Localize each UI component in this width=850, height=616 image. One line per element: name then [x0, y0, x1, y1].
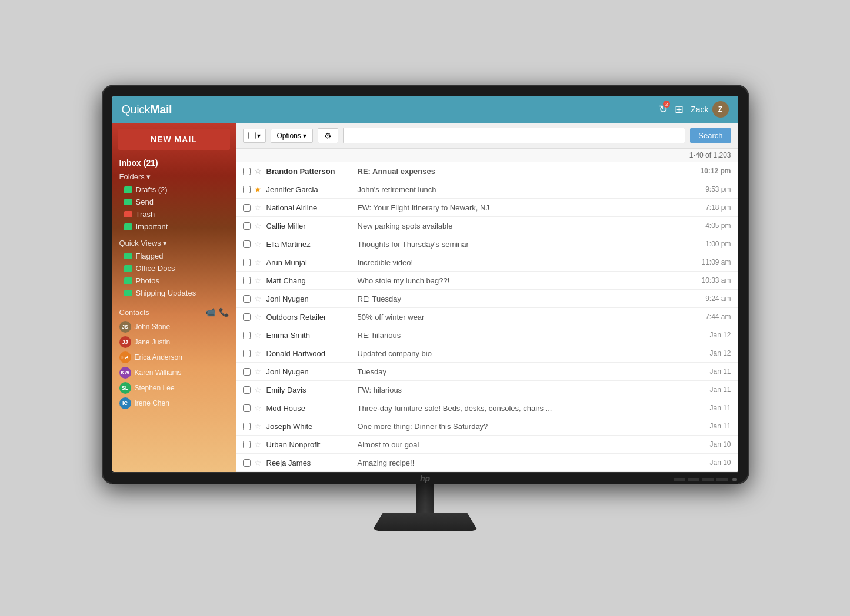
star-icon[interactable]: ☆	[254, 239, 262, 249]
email-time: Jan 11	[696, 422, 731, 430]
search-input[interactable]	[343, 128, 685, 143]
contact-avatar-irene: IC	[119, 397, 131, 409]
quick-views-section[interactable]: Quick Views ▾	[112, 237, 236, 250]
email-row[interactable]: ★ Jennifer Garcia John's retirement lunc…	[236, 180, 738, 199]
email-checkbox[interactable]	[243, 204, 251, 212]
sidebar-item-label-photos: Photos	[136, 276, 159, 285]
email-sender: Callie Miller	[266, 222, 352, 230]
email-sender: Matt Chang	[266, 276, 352, 285]
folder-icon-important	[124, 223, 132, 230]
sidebar-item-send[interactable]: Send	[112, 196, 236, 208]
email-row[interactable]: ☆ Joseph White One more thing: Dinner th…	[236, 417, 738, 436]
star-icon[interactable]: ☆	[254, 221, 262, 230]
email-checkbox[interactable]	[243, 240, 251, 248]
email-checkbox[interactable]	[243, 168, 251, 175]
monitor-btn[interactable]	[702, 478, 714, 481]
email-row[interactable]: ☆ Joni Nyugen Tuesday Jan 11	[236, 363, 738, 381]
star-icon[interactable]: ☆	[254, 403, 262, 413]
email-row[interactable]: ☆ Emily Davis FW: hilarious Jan 11	[236, 381, 738, 399]
email-checkbox[interactable]	[243, 295, 251, 303]
star-icon[interactable]: ☆	[254, 166, 262, 176]
email-row[interactable]: ☆ Ella Martinez Thoughts for Thursday's …	[236, 235, 738, 253]
sidebar-item-photos[interactable]: Photos	[112, 274, 236, 287]
email-checkbox[interactable]	[243, 368, 251, 376]
user-menu[interactable]: Zack Z	[691, 101, 728, 118]
email-row[interactable]: ☆ Callie Miller New parking spots availa…	[236, 217, 738, 235]
star-icon[interactable]: ☆	[254, 367, 262, 376]
star-icon[interactable]: ☆	[254, 203, 262, 212]
contact-karen-williams[interactable]: KW Karen Williams	[112, 365, 236, 380]
star-icon[interactable]: ★	[254, 185, 262, 194]
sidebar-item-important[interactable]: Important	[112, 220, 236, 233]
email-subject: One more thing: Dinner this Saturday?	[352, 422, 696, 431]
email-row[interactable]: ☆ Emma Smith RE: hilarious Jan 12	[236, 326, 738, 344]
email-checkbox[interactable]	[243, 186, 251, 193]
phone-icon[interactable]: 📞	[219, 307, 229, 317]
stand-base	[372, 513, 478, 531]
email-row[interactable]: ☆ Matt Chang Who stole my lunch bag??! 1…	[236, 272, 738, 290]
email-checkbox[interactable]	[243, 404, 251, 412]
star-icon[interactable]: ☆	[254, 421, 262, 431]
monitor-btn[interactable]	[716, 478, 728, 481]
power-indicator	[732, 478, 737, 481]
email-checkbox[interactable]	[243, 386, 251, 394]
sidebar-item-trash[interactable]: Trash	[112, 208, 236, 220]
star-icon[interactable]: ☆	[254, 440, 262, 449]
email-area: ▾ Options ▾ ⚙ Search 1-40 of 1,203 ☆	[236, 123, 738, 472]
sidebar-item-office-docs[interactable]: Office Docs	[112, 262, 236, 274]
email-checkbox[interactable]	[243, 332, 251, 339]
settings-button[interactable]: ⚙	[318, 128, 338, 143]
email-sender: Joni Nyugen	[266, 294, 352, 303]
email-checkbox[interactable]	[243, 222, 251, 230]
email-checkbox[interactable]	[243, 313, 251, 321]
email-row[interactable]: ☆ Outdoors Retailer 50% off winter wear …	[236, 308, 738, 326]
email-sender: Arun Munjal	[266, 258, 352, 267]
contact-john-stone[interactable]: JS John Stone	[112, 319, 236, 334]
email-checkbox[interactable]	[243, 441, 251, 448]
monitor-btn[interactable]	[674, 478, 685, 481]
email-checkbox[interactable]	[243, 459, 251, 467]
email-checkbox[interactable]	[243, 259, 251, 266]
refresh-icon[interactable]: ↻ 2	[659, 103, 668, 116]
email-row[interactable]: ☆ Donald Hartwood Updated company bio Ja…	[236, 344, 738, 363]
contact-jane-justin[interactable]: JJ Jane Justin	[112, 334, 236, 350]
email-row[interactable]: ☆ Urban Nonprofit Almost to our goal Jan…	[236, 436, 738, 454]
star-icon[interactable]: ☆	[254, 349, 262, 358]
folder-icon-photos	[124, 277, 132, 284]
new-mail-button[interactable]: NEW MAIL	[118, 129, 230, 150]
star-icon[interactable]: ☆	[254, 294, 262, 303]
star-icon[interactable]: ☆	[254, 385, 262, 394]
email-row[interactable]: ☆ Brandon Patterson RE: Annual expenses …	[236, 162, 738, 180]
star-icon[interactable]: ☆	[254, 458, 262, 467]
email-checkbox[interactable]	[243, 423, 251, 430]
email-row[interactable]: ☆ National Airline FW: Your Flight Itine…	[236, 199, 738, 217]
checkbox-input[interactable]	[248, 132, 256, 139]
email-checkbox[interactable]	[243, 350, 251, 357]
email-row[interactable]: ☆ Mod House Three-day furniture sale! Be…	[236, 399, 738, 417]
email-time: 9:24 am	[696, 294, 731, 303]
grid-icon[interactable]: ⊞	[675, 103, 684, 116]
contact-stephen-lee[interactable]: SL Stephen Lee	[112, 380, 236, 396]
star-icon[interactable]: ☆	[254, 276, 262, 285]
folders-section[interactable]: Folders ▾	[112, 171, 236, 183]
email-sender: Joni Nyugen	[266, 367, 352, 376]
star-icon[interactable]: ☆	[254, 257, 262, 267]
search-button[interactable]: Search	[690, 128, 731, 143]
email-time: 1:00 pm	[696, 240, 731, 248]
star-icon[interactable]: ☆	[254, 330, 262, 340]
video-icon[interactable]: 📹	[205, 307, 215, 317]
email-row[interactable]: ☆ Arun Munjal Incredible video! 11:09 am	[236, 253, 738, 272]
contact-erica-anderson[interactable]: EA Erica Anderson	[112, 350, 236, 365]
monitor-btn[interactable]	[688, 478, 699, 481]
contact-name-karen: Karen Williams	[135, 369, 182, 377]
sidebar-item-drafts[interactable]: Drafts (2)	[112, 183, 236, 196]
email-row[interactable]: ☆ Joni Nyugen RE: Tuesday 9:24 am	[236, 290, 738, 308]
email-checkbox[interactable]	[243, 277, 251, 284]
select-all-checkbox[interactable]: ▾	[243, 129, 266, 143]
contact-irene-chen[interactable]: IC Irene Chen	[112, 396, 236, 411]
options-button[interactable]: Options ▾	[271, 129, 314, 143]
sidebar-item-shipping[interactable]: Shipping Updates	[112, 287, 236, 299]
sidebar-item-flagged[interactable]: Flagged	[112, 250, 236, 262]
star-icon[interactable]: ☆	[254, 312, 262, 322]
email-row[interactable]: ☆ Reeja James Amazing recipe!! Jan 10	[236, 454, 738, 472]
